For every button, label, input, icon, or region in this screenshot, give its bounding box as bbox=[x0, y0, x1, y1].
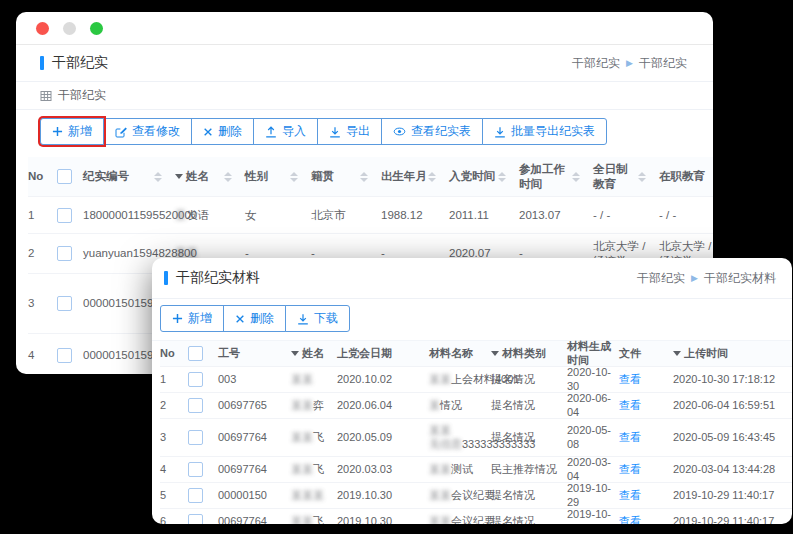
cell: 某某上会材料4001 bbox=[429, 373, 491, 387]
row-checkbox[interactable] bbox=[188, 430, 203, 445]
sort-caret-icon[interactable] bbox=[290, 172, 298, 182]
view-file-link[interactable]: 查看 bbox=[619, 489, 641, 503]
row-checkbox[interactable] bbox=[57, 246, 72, 261]
view-file-link[interactable]: 查看 bbox=[619, 373, 641, 387]
column-label: No bbox=[160, 347, 175, 361]
column-header[interactable]: 籍贯 bbox=[311, 169, 381, 183]
add-button[interactable]: 新增 bbox=[160, 305, 224, 332]
column-header bbox=[57, 169, 83, 184]
column-label: 姓名 bbox=[186, 169, 209, 183]
cell: 查看 bbox=[619, 463, 673, 477]
row-checkbox[interactable] bbox=[188, 462, 203, 477]
sort-caret-icon[interactable] bbox=[638, 172, 646, 182]
column-label: 入党时间 bbox=[449, 169, 495, 183]
cell: 提名情况 bbox=[491, 373, 567, 387]
filter-icon[interactable] bbox=[175, 174, 183, 179]
column-header[interactable]: 入党时间 bbox=[449, 169, 519, 183]
row-checkbox[interactable] bbox=[188, 488, 203, 503]
row-checkbox[interactable] bbox=[57, 348, 72, 363]
download-icon bbox=[329, 126, 341, 138]
column-label: 上党会日期 bbox=[337, 347, 392, 361]
filter-icon[interactable] bbox=[491, 351, 499, 356]
export-button[interactable]: 导出 bbox=[317, 118, 382, 145]
batch-export-record-table-button[interactable]: 批量导出纪实表 bbox=[482, 118, 607, 145]
cell bbox=[57, 208, 83, 223]
redacted-text: 某 bbox=[175, 208, 187, 222]
view-file-link[interactable]: 查看 bbox=[619, 515, 641, 524]
cell: 6 bbox=[160, 515, 188, 524]
cell: 查看 bbox=[619, 373, 673, 387]
row-checkbox[interactable] bbox=[57, 296, 72, 311]
cell: 2 bbox=[160, 399, 188, 413]
import-button[interactable]: 导入 bbox=[253, 118, 318, 145]
sort-caret-icon[interactable] bbox=[498, 172, 506, 182]
delete-button[interactable]: 删除 bbox=[191, 118, 254, 145]
cell: 查看 bbox=[619, 399, 673, 413]
filter-icon[interactable] bbox=[291, 351, 299, 356]
column-label: 出生年月 bbox=[381, 169, 427, 183]
cell: 2019-10-29 11:40:17 bbox=[673, 489, 791, 503]
view-file-link[interactable]: 查看 bbox=[619, 431, 641, 445]
column-header[interactable]: 出生年月 bbox=[381, 169, 449, 183]
table-header-row: No纪实编号姓名性别籍贯出生年月入党时间参加工作时间全日制教育在职教育 bbox=[28, 157, 713, 197]
column-header[interactable]: 性别 bbox=[245, 169, 311, 183]
cell-text: 飞 bbox=[313, 515, 324, 524]
cell: - / - bbox=[659, 208, 713, 222]
column-header bbox=[188, 346, 218, 361]
redacted-text: 某某 bbox=[429, 515, 451, 524]
cell: 2020-03-04 13:44:28 bbox=[673, 463, 791, 477]
cell bbox=[57, 348, 83, 363]
column-header[interactable]: 全日制教育 bbox=[593, 162, 659, 191]
close-window-button[interactable] bbox=[36, 22, 49, 35]
cell: 2019-10-29 11:40:17 bbox=[673, 515, 791, 524]
breadcrumb-item[interactable]: 干部纪实 bbox=[637, 270, 685, 287]
plus-icon bbox=[172, 313, 183, 324]
cell: 4 bbox=[28, 348, 57, 362]
select-all-checkbox[interactable] bbox=[57, 169, 72, 184]
column-label: No bbox=[28, 169, 43, 183]
select-all-checkbox[interactable] bbox=[188, 346, 203, 361]
row-checkbox[interactable] bbox=[188, 398, 203, 413]
cell: 某某会议纪要 bbox=[429, 515, 491, 524]
view-file-link[interactable]: 查看 bbox=[619, 399, 641, 413]
cell: 2019-10-29 bbox=[567, 508, 619, 524]
minimize-window-button[interactable] bbox=[63, 22, 76, 35]
sort-caret-icon[interactable] bbox=[154, 172, 162, 182]
download-button[interactable]: 下载 bbox=[285, 305, 350, 332]
redacted-text: 某某 bbox=[429, 463, 451, 477]
cell-text: 会议纪要 bbox=[451, 489, 495, 503]
view-edit-button[interactable]: 查看修改 bbox=[103, 118, 192, 145]
row-checkbox[interactable] bbox=[188, 372, 203, 387]
column-label: 材料类别 bbox=[502, 347, 546, 361]
redacted-text: 某某 bbox=[291, 515, 313, 524]
sort-caret-icon[interactable] bbox=[572, 172, 580, 182]
row-checkbox[interactable] bbox=[57, 208, 72, 223]
filter-icon[interactable] bbox=[673, 351, 681, 356]
column-header[interactable]: 纪实编号 bbox=[83, 169, 175, 183]
column-header[interactable]: 参加工作时间 bbox=[519, 162, 593, 191]
view-record-table-button[interactable]: 查看纪实表 bbox=[381, 118, 483, 145]
column-header[interactable]: 姓名 bbox=[175, 169, 245, 183]
cell: 5 bbox=[160, 489, 188, 503]
cell bbox=[57, 246, 83, 261]
row-checkbox[interactable] bbox=[188, 514, 203, 524]
page-title: 干部纪实 bbox=[52, 54, 108, 72]
cell-text: 测试 bbox=[451, 463, 473, 477]
eye-icon bbox=[393, 126, 406, 137]
redacted-text: 某某 bbox=[429, 424, 451, 436]
cell: 提名情况 bbox=[491, 515, 567, 524]
sort-caret-icon[interactable] bbox=[428, 172, 436, 182]
sort-caret-icon[interactable] bbox=[224, 172, 232, 182]
cell: 某某某 bbox=[291, 489, 337, 503]
cell: 003 bbox=[218, 373, 291, 387]
view-file-link[interactable]: 查看 bbox=[619, 463, 641, 477]
cell: 2013.07 bbox=[519, 208, 593, 222]
breadcrumb-item[interactable]: 干部纪实 bbox=[572, 55, 620, 72]
close-icon bbox=[203, 127, 213, 137]
add-button[interactable]: 新增 bbox=[40, 118, 104, 145]
delete-button[interactable]: 删除 bbox=[223, 305, 286, 332]
sort-caret-icon[interactable] bbox=[360, 172, 368, 182]
button-label: 删除 bbox=[218, 123, 242, 140]
cell: 某某飞 bbox=[291, 431, 337, 445]
zoom-window-button[interactable] bbox=[90, 22, 103, 35]
